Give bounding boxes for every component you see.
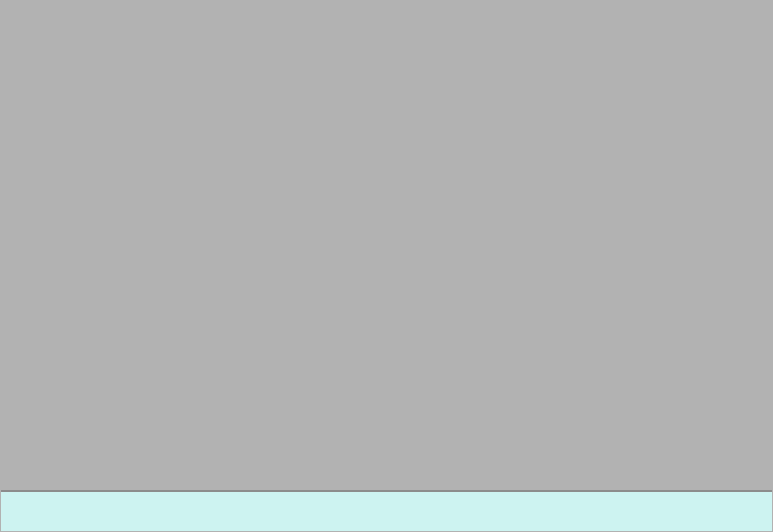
weather-app-window xyxy=(0,0,773,532)
chart-canvas[interactable] xyxy=(0,0,773,532)
legend-bar xyxy=(0,19,773,27)
stats-table xyxy=(1,490,772,531)
